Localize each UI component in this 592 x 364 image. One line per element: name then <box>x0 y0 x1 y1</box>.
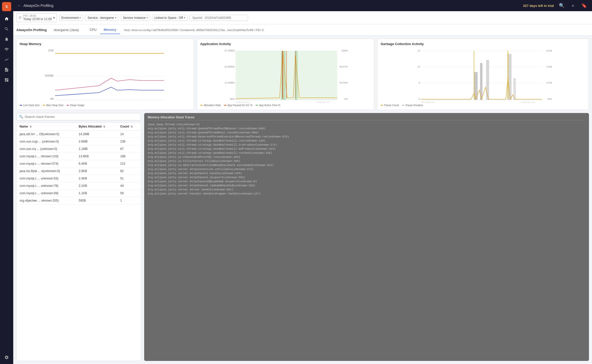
col-bytes[interactable]: Bytes Allocated ⇅ <box>76 123 117 131</box>
activity-chart-title: Application Activity <box>200 42 371 46</box>
service-filter[interactable]: Service : doorgame ▾ <box>85 15 118 21</box>
content-area: Heap Memory 1GB 500MB 0B <box>13 36 592 364</box>
sidebar-item-alerts[interactable] <box>2 35 11 44</box>
cell-name: org.objectwe ... nknown:205) <box>17 197 76 204</box>
sidebar-item-infrastructure[interactable] <box>2 45 11 54</box>
stack-line: org.eclipse.jetty.server.HttpChannel$$La… <box>148 179 585 184</box>
table-row[interactable]: java.util.Arr ... Of(unknown:0) 14.2MB 1… <box>17 131 141 138</box>
cell-count: 14 <box>117 131 141 138</box>
table-row[interactable]: com.mysql.c ... unknown:69) 1.1KB 59 <box>17 190 141 197</box>
timezone-label: PST -08:00 <box>23 15 52 17</box>
sidebar-item-dashboards[interactable] <box>2 75 11 85</box>
service-instance-filter[interactable]: Service Instance ▾ <box>121 15 150 21</box>
stack-panel-content: Memory Allocation Stack Traces java.lang… <box>144 113 589 198</box>
legend-live-data: Live Data Size <box>20 104 39 107</box>
svg-text:12.4MB/s: 12.4MB/s <box>224 81 235 84</box>
search-input[interactable] <box>25 115 138 119</box>
sidebar-item-home[interactable] <box>2 14 11 23</box>
page-title: AlwaysOn Profiling <box>23 4 53 8</box>
cell-name: com.mysql.c ... unknown:63) <box>17 175 76 182</box>
sidebar-item-search[interactable] <box>2 24 11 34</box>
stack-line: org.eclipse.jetty.util.thread.QueuedThre… <box>148 131 585 135</box>
time-range-label: Today 10:50 to 11:00 <box>23 17 52 21</box>
cell-name: com.sun.cry ... (unknown:0) <box>17 145 76 153</box>
svg-text:5: 5 <box>419 81 420 84</box>
table-row[interactable]: org.objectwe ... nknown:205) 592B 1 <box>17 197 141 204</box>
cell-count: 59 <box>117 190 141 197</box>
activity-chart-svg: 37.3MB/s 24.9MB/s 12.4MB/s 0B/s 100% 66.… <box>200 48 371 102</box>
table-row[interactable]: com.mysql.c ... nknown:574) 6.4KB 212 <box>17 160 141 167</box>
activity-chart-legend: Allocation Rate App Paused for GC % App … <box>200 104 371 107</box>
gc-activity-chart: Garbage Collection Activity 15 10 5 0 6.… <box>377 39 589 110</box>
table-row[interactable]: java.nio.Byte ... e(unknown:0) 2.8KB 82 <box>17 167 141 175</box>
search-button[interactable]: 🔍 <box>558 2 566 9</box>
svg-text:11:01:21 AM: 11:01:21 AM <box>316 101 329 102</box>
splunk-logo[interactable]: S <box>2 2 11 11</box>
cell-bytes: 1.1MB <box>76 145 117 153</box>
clock-icon: ⏱ <box>19 16 22 20</box>
heap-chart-title: Heap Memory <box>20 42 191 46</box>
cell-name: com.mysql.c ... nknown:133) <box>17 153 76 160</box>
service-chevron-icon: ▾ <box>115 16 116 19</box>
stack-line: org.eclipse.jetty.io.ChannelEndPoint$1.r… <box>148 155 585 159</box>
sidebar: S <box>0 0 13 364</box>
bottom-area: 🔍 Name ⇅ Bytes Allocated ⇅ Count ⇅ <box>16 113 589 361</box>
stack-traces-title: Memory Allocation Stack Traces <box>148 116 585 120</box>
spanid-input[interactable] <box>190 15 248 21</box>
cell-name: java.util.Arr ... Of(unknown:0) <box>17 131 76 138</box>
gc-chart-svg: 15 10 5 0 6.44s 4.29s 2.15s 0ms <box>381 48 586 102</box>
legend-max-heap: Max Heap Size <box>43 104 63 107</box>
table-body: java.util.Arr ... Of(unknown:0) 14.2MB 1… <box>17 131 141 204</box>
table-row[interactable]: com.mysql.c ... unknown:78) 2.1KB 44 <box>17 182 141 190</box>
environment-chevron-icon: ▾ <box>79 16 81 19</box>
cell-bytes: 2.6MB <box>76 138 117 145</box>
table-row[interactable]: com.sun.cryp ... (unknown:0) 2.6MB 238 <box>17 138 141 145</box>
svg-text:10:50:23 AM: 10:50:23 AM <box>421 101 435 102</box>
linked-spans-filter[interactable]: Linked to Spans : Off ▾ <box>152 15 187 21</box>
heap-chart-legend: Live Data Size Max Heap Size Heap Usage <box>20 104 191 107</box>
svg-text:0%: 0% <box>344 97 348 100</box>
svg-text:11:01:21 AM: 11:01:21 AM <box>147 102 161 102</box>
cell-count: 67 <box>117 145 141 153</box>
cell-count: 1 <box>117 197 141 204</box>
legend-heap-usage: Heap Usage <box>66 104 84 107</box>
time-range-filter[interactable]: ⏱ PST -08:00 Today 10:50 to 11:00 ▾ <box>16 13 57 22</box>
table-row[interactable]: com.mysql.c ... nknown:133) 13.8KB 198 <box>17 153 141 160</box>
svg-text:33.33%: 33.33% <box>339 81 348 84</box>
svg-text:0B/s: 0B/s <box>230 97 235 100</box>
time-chevron-icon: ▾ <box>53 16 55 20</box>
charts-row: Heap Memory 1GB 500MB 0B <box>16 39 589 110</box>
back-button[interactable]: ← <box>17 3 21 8</box>
col-count[interactable]: Count ⇅ <box>117 123 141 131</box>
legend-app-active: App Active Time % <box>255 104 280 107</box>
search-bar[interactable]: 🔍 <box>16 113 141 120</box>
tab-memory[interactable]: Memory <box>100 26 120 34</box>
svg-text:11:01:21 AM: 11:01:21 AM <box>521 101 534 102</box>
stack-line: org.eclipse.jetty.server.handler.Handler… <box>148 192 585 196</box>
stack-traces-panel: Memory Allocation Stack Traces java.lang… <box>144 113 589 361</box>
table-row[interactable]: com.mysql.c ... unknown:63) 2.4KB 51 <box>17 175 141 182</box>
add-button[interactable]: ＋ <box>570 2 576 10</box>
sidebar-item-logs[interactable] <box>2 65 11 74</box>
stack-line: org.eclipse.jetty.io.FillInterest.fillab… <box>148 159 585 163</box>
environment-label: Environment <box>61 16 78 20</box>
table-row[interactable]: com.sun.cry ... (unknown:0) 1.1MB 67 <box>17 145 141 153</box>
topbar: ← AlwaysOn Profiling 327 days left in tr… <box>13 0 592 11</box>
stack-line: org.eclipse.jetty.io.AbstractConnection$… <box>148 163 585 167</box>
sidebar-item-settings[interactable] <box>2 353 11 362</box>
stack-lines-container: java.lang.Thread.run(unknown:0)org.eclip… <box>148 122 585 196</box>
bookmark-button[interactable]: 🔖 <box>580 2 588 9</box>
cell-count: 198 <box>117 153 141 160</box>
cell-bytes: 2.4KB <box>76 175 117 182</box>
cell-count: 238 <box>117 138 141 145</box>
svg-rect-46 <box>486 60 489 100</box>
svg-text:500MB: 500MB <box>45 74 53 77</box>
filterbar: ⏱ PST -08:00 Today 10:50 to 11:00 ▾ Envi… <box>13 11 592 24</box>
cell-bytes: 1.1KB <box>76 190 117 197</box>
col-name[interactable]: Name ⇅ <box>17 123 76 131</box>
tab-cpu[interactable]: CPU <box>86 26 100 34</box>
stack-line: org.eclipse.jetty.util.thread.QueuedThre… <box>148 127 585 131</box>
sidebar-item-apm[interactable] <box>2 55 11 64</box>
svg-text:10: 10 <box>418 65 420 68</box>
environment-filter[interactable]: Environment ▾ <box>59 15 83 21</box>
